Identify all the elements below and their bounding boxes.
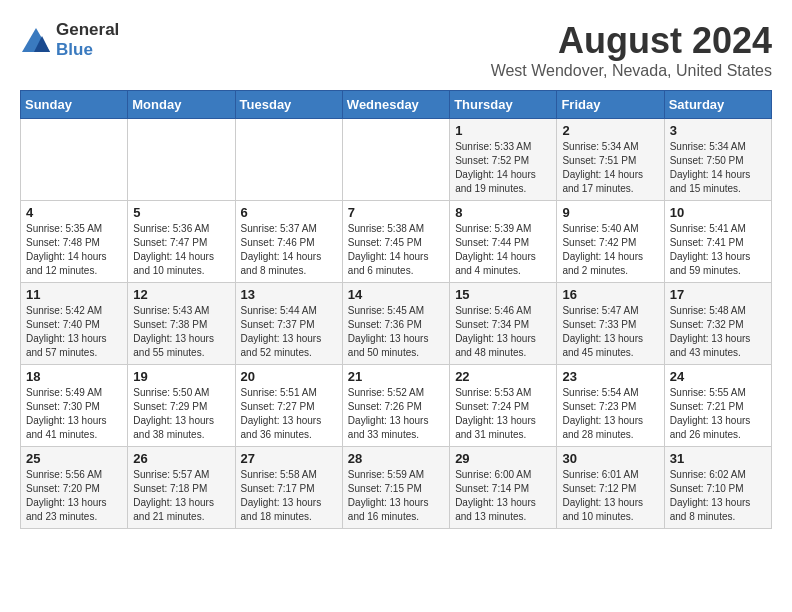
header-row: SundayMondayTuesdayWednesdayThursdayFrid… xyxy=(21,91,772,119)
day-info: Sunrise: 5:36 AM Sunset: 7:47 PM Dayligh… xyxy=(133,222,229,278)
calendar-cell xyxy=(342,119,449,201)
day-info: Sunrise: 6:00 AM Sunset: 7:14 PM Dayligh… xyxy=(455,468,551,524)
day-number: 14 xyxy=(348,287,444,302)
day-header-friday: Friday xyxy=(557,91,664,119)
day-number: 3 xyxy=(670,123,766,138)
title-block: August 2024 West Wendover, Nevada, Unite… xyxy=(491,20,772,80)
calendar-cell: 9Sunrise: 5:40 AM Sunset: 7:42 PM Daylig… xyxy=(557,201,664,283)
day-info: Sunrise: 5:53 AM Sunset: 7:24 PM Dayligh… xyxy=(455,386,551,442)
day-header-monday: Monday xyxy=(128,91,235,119)
day-info: Sunrise: 5:35 AM Sunset: 7:48 PM Dayligh… xyxy=(26,222,122,278)
location-title: West Wendover, Nevada, United States xyxy=(491,62,772,80)
calendar-cell xyxy=(235,119,342,201)
calendar-header: SundayMondayTuesdayWednesdayThursdayFrid… xyxy=(21,91,772,119)
calendar-table: SundayMondayTuesdayWednesdayThursdayFrid… xyxy=(20,90,772,529)
calendar-week-2: 4Sunrise: 5:35 AM Sunset: 7:48 PM Daylig… xyxy=(21,201,772,283)
day-info: Sunrise: 5:55 AM Sunset: 7:21 PM Dayligh… xyxy=(670,386,766,442)
day-number: 26 xyxy=(133,451,229,466)
calendar-cell: 10Sunrise: 5:41 AM Sunset: 7:41 PM Dayli… xyxy=(664,201,771,283)
day-info: Sunrise: 5:41 AM Sunset: 7:41 PM Dayligh… xyxy=(670,222,766,278)
day-number: 25 xyxy=(26,451,122,466)
day-header-wednesday: Wednesday xyxy=(342,91,449,119)
day-info: Sunrise: 5:58 AM Sunset: 7:17 PM Dayligh… xyxy=(241,468,337,524)
calendar-cell xyxy=(21,119,128,201)
calendar-cell: 16Sunrise: 5:47 AM Sunset: 7:33 PM Dayli… xyxy=(557,283,664,365)
day-number: 16 xyxy=(562,287,658,302)
day-number: 23 xyxy=(562,369,658,384)
day-number: 10 xyxy=(670,205,766,220)
calendar-cell: 21Sunrise: 5:52 AM Sunset: 7:26 PM Dayli… xyxy=(342,365,449,447)
calendar-week-1: 1Sunrise: 5:33 AM Sunset: 7:52 PM Daylig… xyxy=(21,119,772,201)
day-number: 7 xyxy=(348,205,444,220)
day-info: Sunrise: 5:44 AM Sunset: 7:37 PM Dayligh… xyxy=(241,304,337,360)
calendar-cell: 30Sunrise: 6:01 AM Sunset: 7:12 PM Dayli… xyxy=(557,447,664,529)
calendar-cell: 20Sunrise: 5:51 AM Sunset: 7:27 PM Dayli… xyxy=(235,365,342,447)
calendar-cell: 11Sunrise: 5:42 AM Sunset: 7:40 PM Dayli… xyxy=(21,283,128,365)
day-info: Sunrise: 5:54 AM Sunset: 7:23 PM Dayligh… xyxy=(562,386,658,442)
calendar-cell: 27Sunrise: 5:58 AM Sunset: 7:17 PM Dayli… xyxy=(235,447,342,529)
calendar-cell: 5Sunrise: 5:36 AM Sunset: 7:47 PM Daylig… xyxy=(128,201,235,283)
day-header-sunday: Sunday xyxy=(21,91,128,119)
day-info: Sunrise: 5:48 AM Sunset: 7:32 PM Dayligh… xyxy=(670,304,766,360)
calendar-cell: 22Sunrise: 5:53 AM Sunset: 7:24 PM Dayli… xyxy=(450,365,557,447)
day-info: Sunrise: 5:37 AM Sunset: 7:46 PM Dayligh… xyxy=(241,222,337,278)
logo-icon xyxy=(20,26,52,54)
day-info: Sunrise: 5:59 AM Sunset: 7:15 PM Dayligh… xyxy=(348,468,444,524)
calendar-cell: 19Sunrise: 5:50 AM Sunset: 7:29 PM Dayli… xyxy=(128,365,235,447)
calendar-week-3: 11Sunrise: 5:42 AM Sunset: 7:40 PM Dayli… xyxy=(21,283,772,365)
day-info: Sunrise: 6:02 AM Sunset: 7:10 PM Dayligh… xyxy=(670,468,766,524)
day-info: Sunrise: 5:57 AM Sunset: 7:18 PM Dayligh… xyxy=(133,468,229,524)
day-info: Sunrise: 5:47 AM Sunset: 7:33 PM Dayligh… xyxy=(562,304,658,360)
day-number: 1 xyxy=(455,123,551,138)
logo-blue-text: Blue xyxy=(56,40,93,59)
calendar-cell: 15Sunrise: 5:46 AM Sunset: 7:34 PM Dayli… xyxy=(450,283,557,365)
day-info: Sunrise: 5:34 AM Sunset: 7:50 PM Dayligh… xyxy=(670,140,766,196)
calendar-cell: 8Sunrise: 5:39 AM Sunset: 7:44 PM Daylig… xyxy=(450,201,557,283)
calendar-cell: 23Sunrise: 5:54 AM Sunset: 7:23 PM Dayli… xyxy=(557,365,664,447)
day-number: 4 xyxy=(26,205,122,220)
day-info: Sunrise: 5:51 AM Sunset: 7:27 PM Dayligh… xyxy=(241,386,337,442)
day-info: Sunrise: 5:46 AM Sunset: 7:34 PM Dayligh… xyxy=(455,304,551,360)
day-info: Sunrise: 5:40 AM Sunset: 7:42 PM Dayligh… xyxy=(562,222,658,278)
logo-general-text: General xyxy=(56,20,119,39)
day-info: Sunrise: 5:56 AM Sunset: 7:20 PM Dayligh… xyxy=(26,468,122,524)
day-header-thursday: Thursday xyxy=(450,91,557,119)
day-info: Sunrise: 5:39 AM Sunset: 7:44 PM Dayligh… xyxy=(455,222,551,278)
calendar-week-5: 25Sunrise: 5:56 AM Sunset: 7:20 PM Dayli… xyxy=(21,447,772,529)
calendar-cell: 28Sunrise: 5:59 AM Sunset: 7:15 PM Dayli… xyxy=(342,447,449,529)
day-number: 5 xyxy=(133,205,229,220)
day-number: 28 xyxy=(348,451,444,466)
day-info: Sunrise: 6:01 AM Sunset: 7:12 PM Dayligh… xyxy=(562,468,658,524)
day-info: Sunrise: 5:49 AM Sunset: 7:30 PM Dayligh… xyxy=(26,386,122,442)
calendar-cell: 25Sunrise: 5:56 AM Sunset: 7:20 PM Dayli… xyxy=(21,447,128,529)
calendar-cell: 3Sunrise: 5:34 AM Sunset: 7:50 PM Daylig… xyxy=(664,119,771,201)
day-header-saturday: Saturday xyxy=(664,91,771,119)
logo: General Blue xyxy=(20,20,119,60)
calendar-cell: 4Sunrise: 5:35 AM Sunset: 7:48 PM Daylig… xyxy=(21,201,128,283)
day-number: 8 xyxy=(455,205,551,220)
day-number: 17 xyxy=(670,287,766,302)
day-info: Sunrise: 5:45 AM Sunset: 7:36 PM Dayligh… xyxy=(348,304,444,360)
calendar-cell: 7Sunrise: 5:38 AM Sunset: 7:45 PM Daylig… xyxy=(342,201,449,283)
day-info: Sunrise: 5:34 AM Sunset: 7:51 PM Dayligh… xyxy=(562,140,658,196)
day-info: Sunrise: 5:43 AM Sunset: 7:38 PM Dayligh… xyxy=(133,304,229,360)
calendar-cell: 18Sunrise: 5:49 AM Sunset: 7:30 PM Dayli… xyxy=(21,365,128,447)
calendar-cell: 6Sunrise: 5:37 AM Sunset: 7:46 PM Daylig… xyxy=(235,201,342,283)
day-number: 19 xyxy=(133,369,229,384)
calendar-cell: 2Sunrise: 5:34 AM Sunset: 7:51 PM Daylig… xyxy=(557,119,664,201)
day-number: 6 xyxy=(241,205,337,220)
day-number: 9 xyxy=(562,205,658,220)
calendar-cell: 13Sunrise: 5:44 AM Sunset: 7:37 PM Dayli… xyxy=(235,283,342,365)
calendar-week-4: 18Sunrise: 5:49 AM Sunset: 7:30 PM Dayli… xyxy=(21,365,772,447)
day-header-tuesday: Tuesday xyxy=(235,91,342,119)
day-number: 22 xyxy=(455,369,551,384)
day-info: Sunrise: 5:42 AM Sunset: 7:40 PM Dayligh… xyxy=(26,304,122,360)
day-number: 12 xyxy=(133,287,229,302)
day-number: 31 xyxy=(670,451,766,466)
calendar-cell: 31Sunrise: 6:02 AM Sunset: 7:10 PM Dayli… xyxy=(664,447,771,529)
calendar-cell: 24Sunrise: 5:55 AM Sunset: 7:21 PM Dayli… xyxy=(664,365,771,447)
day-number: 21 xyxy=(348,369,444,384)
day-number: 18 xyxy=(26,369,122,384)
calendar-cell: 17Sunrise: 5:48 AM Sunset: 7:32 PM Dayli… xyxy=(664,283,771,365)
calendar-cell xyxy=(128,119,235,201)
